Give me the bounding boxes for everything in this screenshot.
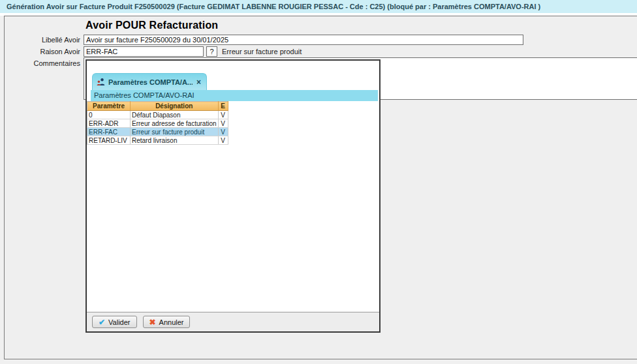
table-cell[interactable]: Erreur sur facture produit (131, 128, 219, 136)
table-cell[interactable]: 0 (87, 111, 131, 119)
users-icon (97, 78, 105, 86)
table-cell[interactable]: V (218, 111, 228, 119)
window-title: Génération Avoir sur Facture Produit F25… (7, 3, 540, 10)
raison-avoir-label: Raison Avoir (6, 47, 80, 57)
table-cell[interactable]: V (218, 119, 228, 128)
libelle-avoir-input[interactable] (84, 35, 523, 45)
table-cell[interactable]: V (218, 136, 228, 145)
parametres-popup: Paramètres COMPTA/A... × Paramètres COMP… (85, 59, 381, 333)
table-cell[interactable]: ERR-FAC (87, 128, 131, 136)
table-cell[interactable]: Erreur adresse de facturation (131, 119, 219, 128)
valider-label: Valider (108, 318, 130, 326)
column-header[interactable]: E (218, 102, 228, 111)
valider-button[interactable]: ✔ Valider (92, 316, 137, 328)
table-cell[interactable]: RETARD-LIV (87, 136, 131, 145)
tab-label: Paramètres COMPTA/A... (108, 78, 193, 86)
annuler-label: Annuler (159, 318, 184, 326)
popup-header-bar: Paramètres COMPTA/AVO-RAI (91, 90, 378, 101)
libelle-avoir-label: Libellé Avoir (6, 35, 80, 45)
window-title-bar: Génération Avoir sur Facture Produit F25… (0, 0, 637, 13)
table-cell[interactable]: Retard livraison (131, 136, 219, 145)
table-row[interactable]: 0Défaut DiapasonV (87, 111, 228, 119)
table-row[interactable]: ERR-ADRErreur adresse de facturationV (87, 119, 228, 128)
table-cell[interactable]: Défaut Diapason (131, 111, 219, 119)
table-cell[interactable]: V (218, 128, 228, 136)
raison-avoir-input[interactable] (84, 46, 204, 57)
table-row[interactable]: RETARD-LIVRetard livraisonV (87, 136, 228, 145)
raison-description: Erreur sur facture produit (222, 47, 302, 57)
main-panel: Avoir POUR Refacturation Libellé Avoir R… (4, 16, 637, 359)
page-title: Avoir POUR Refacturation (85, 20, 218, 31)
check-icon: ✔ (99, 318, 105, 327)
annuler-button[interactable]: ✖ Annuler (143, 316, 191, 328)
table-cell[interactable]: ERR-ADR (87, 119, 131, 128)
x-icon: ✖ (149, 318, 156, 327)
tab-close-icon[interactable]: × (196, 78, 201, 87)
column-header[interactable]: Paramètre (87, 102, 131, 111)
param-table-head-row: ParamètreDésignationE (87, 102, 228, 111)
raison-lookup-button[interactable]: ? (206, 46, 217, 57)
popup-footer: ✔ Valider ✖ Annuler (87, 312, 379, 331)
param-table-body: 0Défaut DiapasonVERR-ADRErreur adresse d… (87, 111, 228, 145)
table-row[interactable]: ERR-FACErreur sur facture produitV (87, 128, 228, 136)
column-header[interactable]: Désignation (131, 102, 219, 111)
parametres-table: ParamètreDésignationE 0Défaut DiapasonVE… (87, 101, 228, 145)
commentaires-label: Commentaires (6, 59, 80, 68)
tab-parametres-compta[interactable]: Paramètres COMPTA/A... × (92, 73, 207, 90)
